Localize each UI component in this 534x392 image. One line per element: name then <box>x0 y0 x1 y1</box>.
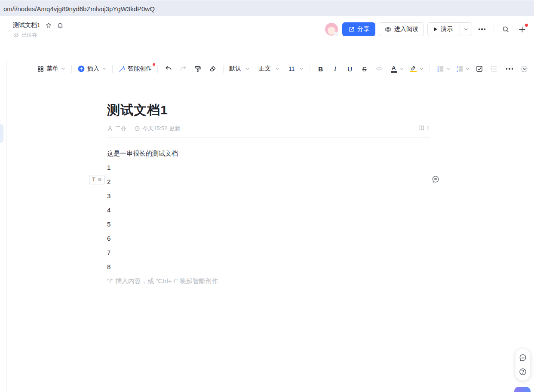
author-item[interactable]: 二乔 <box>107 125 126 132</box>
bullet-list-button[interactable] <box>436 63 446 74</box>
create-new-button[interactable] <box>516 22 528 36</box>
menu-button[interactable]: 菜单 <box>37 65 66 73</box>
clock-icon <box>134 126 140 132</box>
sidebar-expand-tab[interactable] <box>0 124 3 143</box>
doc-line[interactable]: 7 <box>107 245 430 260</box>
doc-line[interactable]: 4 <box>107 203 430 217</box>
highlighter-icon <box>410 65 417 71</box>
author-name: 二乔 <box>115 125 126 132</box>
format-painter-button[interactable] <box>193 63 203 74</box>
browser-address-bar[interactable]: om/i/nodes/Amq4vjg89nyd6bZmlvoj3pYgW3kdP… <box>0 0 534 16</box>
chevron-down-icon[interactable] <box>399 67 404 71</box>
chevron-down-icon <box>522 66 528 72</box>
svg-text:1: 1 <box>457 65 458 68</box>
toolbar-divider <box>310 65 310 73</box>
help-icon <box>519 368 527 376</box>
underline-button[interactable]: U <box>345 63 355 74</box>
clear-format-eraser-button[interactable] <box>207 63 218 74</box>
block-type-handle[interactable]: T <box>89 175 105 184</box>
chevron-down-icon <box>61 66 66 71</box>
enter-reading-button[interactable]: 进入阅读 <box>379 22 424 36</box>
search-button[interactable] <box>499 22 512 36</box>
font-size-dropdown[interactable]: 11 <box>288 65 304 72</box>
inline-code-button[interactable]: </> <box>374 63 384 74</box>
bell-icon[interactable] <box>57 22 64 29</box>
undo-button[interactable] <box>163 63 174 74</box>
doc-line[interactable]: 3 <box>107 189 430 203</box>
redo-button[interactable] <box>178 63 188 74</box>
notification-dot <box>525 24 528 27</box>
search-icon <box>502 25 509 33</box>
comment-bubble-icon <box>431 175 440 184</box>
toolbar-divider <box>430 65 430 73</box>
paragraph-style-dropdown[interactable]: 正文 <box>259 65 280 73</box>
url-text[interactable]: om/i/nodes/Amq4vjg89nyd6bZmlvoj3pYgW3kdP… <box>3 5 155 12</box>
present-dropdown-chevron[interactable] <box>460 23 472 36</box>
chevron-down-icon[interactable] <box>419 67 424 71</box>
font-color-button[interactable]: A <box>389 63 399 74</box>
toolbar-more-button[interactable] <box>506 68 513 70</box>
add-comment-button[interactable] <box>431 175 440 184</box>
strikethrough-button[interactable]: S <box>359 63 370 74</box>
share-button[interactable]: 分享 <box>342 22 375 36</box>
highlight-button[interactable] <box>408 63 419 74</box>
insert-plus-icon <box>77 65 85 73</box>
header-divider <box>494 25 494 33</box>
present-button[interactable]: 演示 <box>427 22 472 36</box>
help-button[interactable] <box>519 368 527 376</box>
font-size-value: 11 <box>288 65 295 72</box>
eye-icon <box>384 26 392 33</box>
toolbar-divider <box>71 65 72 73</box>
updated-item: 今天15:52 更新 <box>134 125 180 132</box>
doc-line[interactable]: 5 <box>107 217 430 231</box>
more-icon <box>479 28 486 30</box>
document-canvas[interactable]: 测试文档1 二乔 今天15:52 更新 1 这是一串很长的测试文档 1 2 3 <box>6 78 534 392</box>
ai-create-label: 智能创作 <box>128 65 152 73</box>
avatar[interactable] <box>325 23 338 36</box>
external-link-icon <box>348 26 355 33</box>
word-count[interactable]: 1 <box>418 125 430 132</box>
updated-text: 今天15:52 更新 <box>142 125 180 132</box>
doc-line[interactable]: 6 <box>107 231 430 245</box>
svg-text:2: 2 <box>457 69 458 72</box>
ai-create-button[interactable]: 智能创作 <box>118 65 152 73</box>
document-title[interactable]: 测试文档1 <box>107 101 430 119</box>
star-icon[interactable] <box>45 22 52 29</box>
doc-title[interactable]: 测试文档1 <box>13 21 40 29</box>
menu-grid-icon <box>37 65 44 73</box>
chevron-down-icon[interactable] <box>446 67 451 71</box>
numbered-list-button[interactable]: 12 <box>455 63 465 74</box>
chevron-down-icon <box>101 66 107 71</box>
save-status: 已保存 <box>21 31 37 39</box>
chevron-down-icon <box>299 66 304 71</box>
chevron-down-icon[interactable] <box>465 67 470 71</box>
comments-panel-button[interactable] <box>519 353 527 362</box>
paragraph-text[interactable]: 这是一串很长的测试文档 <box>107 146 430 160</box>
collapse-toolbar-button[interactable] <box>522 66 528 72</box>
plus-icon <box>518 25 526 34</box>
more-actions-button[interactable] <box>476 22 488 36</box>
magic-wand-icon <box>118 65 126 73</box>
checkbox-list-button[interactable] <box>474 63 485 74</box>
toolbar-divider <box>157 65 158 73</box>
chevron-down-icon <box>275 66 280 71</box>
insert-button[interactable]: 插入 <box>77 65 107 73</box>
doc-line[interactable]: 8 <box>107 260 430 274</box>
play-icon <box>433 27 438 32</box>
notification-dot <box>153 63 155 66</box>
enter-reading-label: 进入阅读 <box>394 25 418 33</box>
ai-assistant-button[interactable] <box>514 387 531 392</box>
doc-line[interactable]: 1 <box>107 160 430 175</box>
indent-button[interactable] <box>489 63 499 74</box>
book-icon <box>418 125 425 132</box>
doc-line[interactable]: 2 <box>107 175 430 189</box>
block-type-letter: T <box>92 177 95 183</box>
insert-label: 插入 <box>87 65 99 73</box>
italic-button[interactable]: I <box>330 63 341 74</box>
bold-button[interactable]: B <box>316 63 326 74</box>
editor-workspace: 菜单 插入 智能创作 默认 <box>6 60 534 392</box>
document-meta: 二乔 今天15:52 更新 1 <box>107 125 430 138</box>
font-color-swatch <box>391 71 397 73</box>
theme-dropdown[interactable]: 默认 <box>229 65 250 73</box>
paragraph-style-value: 正文 <box>259 65 271 73</box>
